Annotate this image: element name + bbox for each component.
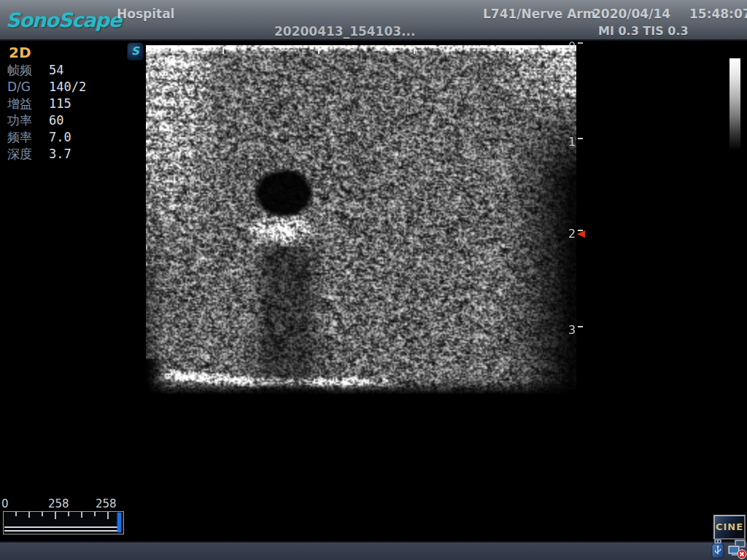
cine-track-line [4,526,119,528]
exam-id: 20200413_154103... [274,24,415,39]
probe-orientation-marker: S [127,42,144,61]
network-disconnected-icon [727,539,747,560]
cine-track-line [4,530,119,532]
ultrasound-screen: SonoScape Hospital 20200413_154103... L7… [0,0,747,560]
depth-ruler-mark-1: 1 [568,135,587,149]
imaging-mode-label: 2D [9,44,31,61]
acoustic-indices: MI 0.3 TIS 0.3 [598,24,689,38]
param-row-depth: 深度 3.7 [7,146,86,163]
top-status-bar: SonoScape Hospital 20200413_154103... L7… [0,0,747,41]
cine-tick [94,512,96,516]
ruler-tick [578,42,583,44]
cine-button[interactable]: CINE [713,515,746,540]
cine-tick [15,512,17,516]
bottom-task-bar [0,541,747,560]
cine-tick [107,512,109,519]
parameter-panel: 帧频 54 D/G 140/2 增益 115 功率 60 频率 7.0 深度 3… [7,62,86,163]
ruler-tick [578,326,583,327]
cine-scale-start: 0 [1,497,9,510]
cine-tick [68,512,69,516]
hospital-name: Hospital [117,7,174,21]
cine-position-cursor[interactable] [117,513,121,532]
probe-preset: L741/Nerve Arm [483,7,595,21]
param-row-framerate: 帧频 54 [7,62,86,79]
cine-scale-mid: 258 [48,497,69,510]
system-time: 15:48:07 [689,7,747,21]
ruler-tick [578,138,583,139]
ultrasound-image [146,45,576,394]
cine-tick [42,512,43,516]
param-row-power: 功率 60 [7,112,86,129]
param-row-frequency: 频率 7.0 [7,129,86,146]
usb-storage-icon [711,539,725,560]
cine-scale-end: 258 [96,497,117,510]
param-row-dynamic-range: D/G 140/2 [7,79,86,96]
focus-position-marker[interactable] [577,230,585,238]
system-date: 2020/04/14 [592,7,670,21]
param-row-gain: 增益 115 [7,96,86,112]
depth-ruler-mark-0: 0 [568,39,587,53]
depth-ruler-mark-3: 3 [568,323,587,337]
grayscale-map-bar [729,58,740,150]
cine-tick [28,512,30,518]
cine-tick [55,512,56,519]
cine-tick [81,512,82,518]
sonoscape-logo: SonoScape [6,9,121,31]
